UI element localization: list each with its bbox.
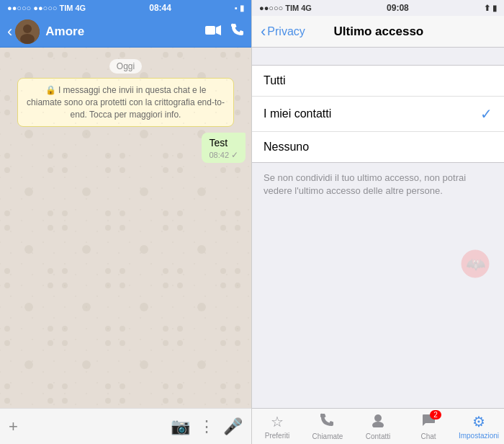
svg-rect-3	[205, 26, 215, 35]
settings-nav-bar: ‹ Privacy Ultimo accesso	[252, 16, 504, 48]
favorites-icon: ☆	[271, 413, 284, 430]
right-panel: ●●○○○ TIM 4G 09:08 ⬆ ▮ ‹ Privacy Ultimo …	[252, 0, 504, 444]
message-text: Test	[209, 137, 228, 148]
settings-page-title: Ultimo accesso	[305, 25, 452, 39]
privacy-back-button[interactable]: ‹ Privacy	[261, 24, 305, 40]
tab-chat-label: Chat	[420, 432, 436, 440]
tab-impostazioni-label: Impostazioni	[459, 432, 499, 440]
more-options-icon[interactable]: ⋮	[199, 417, 215, 436]
settings-content-area: Tutti I miei contatti ✓ Nessuno Se non c…	[252, 48, 504, 408]
carrier-name: ●●○○○ TIM 4G	[33, 4, 86, 12]
voice-call-icon[interactable]	[231, 23, 244, 40]
tab-preferiti[interactable]: ☆ Preferiti	[252, 413, 302, 440]
right-time: 09:08	[387, 3, 409, 13]
svg-point-1	[23, 25, 32, 33]
tab-preferiti-label: Preferiti	[265, 432, 289, 440]
left-panel: ●●○○○ ●●○○○ TIM 4G 08:44 ▪ ▮ ‹ Amore	[0, 0, 252, 444]
right-battery: ⬆ ▮	[484, 4, 497, 13]
left-status-bar: ●●○○○ ●●○○○ TIM 4G 08:44 ▪ ▮	[0, 0, 251, 16]
back-button[interactable]: ‹	[7, 22, 12, 41]
option-nessuno-label: Nessuno	[264, 141, 492, 154]
tab-contatti-label: Contatti	[366, 432, 390, 440]
microphone-icon[interactable]: 🎤	[223, 417, 243, 436]
option-nessuno[interactable]: Nessuno	[252, 132, 504, 162]
add-attachment-icon[interactable]: +	[9, 417, 18, 436]
left-time: 08:44	[149, 3, 171, 13]
svg-point-2	[20, 34, 35, 44]
option-tutti-label: Tutti	[264, 74, 492, 87]
battery-icon: ▪ ▮	[235, 4, 244, 13]
back-chevron-icon: ‹	[261, 24, 266, 40]
option-miei-contatti-label: I miei contatti	[264, 107, 480, 120]
left-battery: ▪ ▮	[235, 4, 244, 13]
encryption-notice[interactable]: 🔒 I messaggi che invii in questa chat e …	[17, 78, 234, 127]
settings-icon: ⚙	[472, 413, 485, 430]
last-seen-options-group: Tutti I miei contatti ✓ Nessuno	[252, 65, 504, 163]
message-time: 08:42	[209, 151, 229, 159]
watermark-area: 🦇	[252, 206, 504, 278]
svg-point-7	[374, 414, 382, 422]
date-label: Oggi	[109, 59, 142, 74]
bottom-tab-bar: ☆ Preferiti Chiamate Contatti	[252, 408, 504, 444]
bubble-meta: 08:42 ✓	[209, 150, 238, 160]
last-seen-info-text: Se non condividi il tuo ultimo accesso, …	[252, 163, 504, 206]
nav-action-icons	[205, 23, 244, 40]
tab-chiamate[interactable]: Chiamate	[302, 413, 353, 440]
message-row-0: Test 08:42 ✓	[6, 133, 246, 163]
tab-contatti[interactable]: Contatti	[353, 413, 403, 440]
chat-nav-bar: ‹ Amore	[0, 16, 251, 48]
chat-input-toolbar: + 📷 ⋮ 🎤	[0, 408, 251, 444]
tab-chiamate-label: Chiamate	[312, 432, 343, 440]
selected-check-icon: ✓	[480, 105, 492, 123]
calls-icon	[320, 413, 335, 431]
svg-text:🦇: 🦇	[466, 254, 486, 274]
right-carrier-name: TIM 4G	[285, 4, 312, 12]
date-separator: Oggi	[6, 59, 246, 72]
right-carrier: ●●○○○ TIM 4G	[259, 4, 312, 12]
chat-badge: 2	[430, 410, 441, 419]
svg-point-8	[372, 422, 384, 427]
chat-messages-area: Oggi 🔒 I messaggi che invii in questa ch…	[0, 48, 251, 408]
right-battery-icon: ⬆ ▮	[484, 4, 497, 13]
option-tutti[interactable]: Tutti	[252, 66, 504, 97]
tab-impostazioni[interactable]: ⚙ Impostazioni	[454, 413, 504, 440]
message-status-check: ✓	[231, 150, 238, 160]
svg-marker-4	[216, 25, 221, 35]
right-signal: ●●○○○	[259, 4, 283, 12]
chat-contact-name: Amore	[45, 25, 205, 39]
back-label: Privacy	[267, 25, 305, 38]
contacts-icon	[371, 413, 385, 431]
message-bubble-sent: Test 08:42 ✓	[202, 133, 246, 163]
chat-icon: 2	[421, 413, 436, 431]
camera-icon[interactable]: 📷	[171, 417, 190, 436]
signal-dots: ●●○○○	[7, 4, 31, 12]
tab-chat[interactable]: 2 Chat	[403, 413, 454, 440]
left-carrier: ●●○○○ ●●○○○ TIM 4G	[7, 4, 86, 12]
video-call-icon[interactable]	[205, 23, 221, 40]
whatsapp-watermark-icon: 🦇	[461, 249, 490, 278]
right-status-bar: ●●○○○ TIM 4G 09:08 ⬆ ▮	[252, 0, 504, 16]
option-miei-contatti[interactable]: I miei contatti ✓	[252, 97, 504, 132]
contact-avatar[interactable]	[15, 19, 40, 44]
